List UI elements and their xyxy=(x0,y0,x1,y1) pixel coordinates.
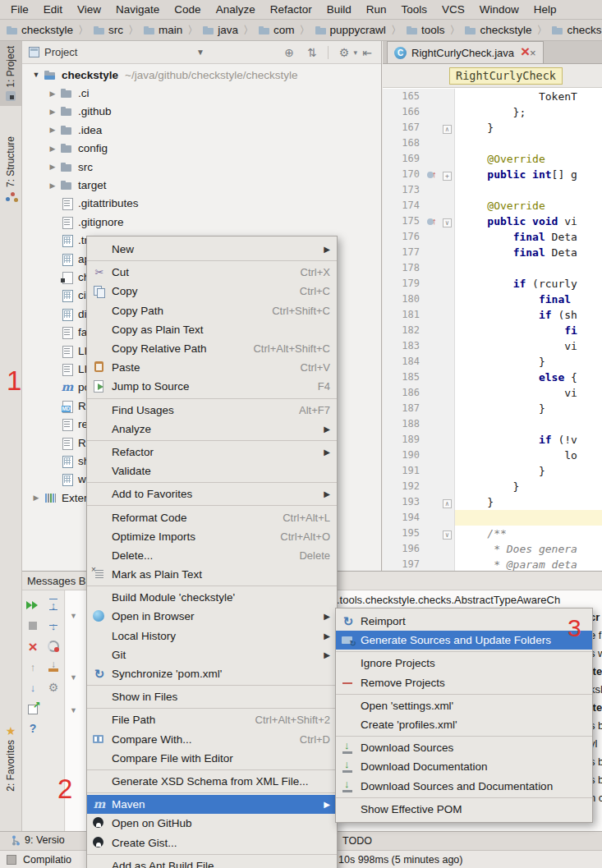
expand-arrow-icon[interactable] xyxy=(45,126,60,134)
context-menu-item[interactable]: File Path Ctrl+Alt+Shift+2 xyxy=(87,710,337,729)
breadcrumb-item[interactable]: puppycrawl xyxy=(315,24,386,36)
code-line[interactable]: 192 } xyxy=(383,479,602,494)
breadcrumb-item[interactable]: main xyxy=(144,24,182,36)
export-icon[interactable] xyxy=(26,701,39,714)
context-menu-item[interactable]: Optimize Imports Ctrl+Alt+O xyxy=(87,527,337,546)
collapse-all-tree-icon[interactable]: ⇅ xyxy=(305,45,319,60)
context-menu-item[interactable]: Find Usages Alt+F7 xyxy=(87,401,337,420)
context-menu-item[interactable]: Jump to Source F4 xyxy=(87,377,337,396)
code-line[interactable]: 178 xyxy=(383,260,602,276)
tree-row[interactable]: .gitignore xyxy=(22,213,381,231)
code-line[interactable]: 183 vi xyxy=(383,338,602,354)
context-menu-item[interactable]: Validate xyxy=(87,462,337,480)
context-menu-item[interactable]: New ▶ xyxy=(87,240,337,259)
code-line[interactable]: 170+ public int[] g xyxy=(383,167,602,182)
gear-icon[interactable]: ⚙ xyxy=(337,45,352,60)
context-menu-item[interactable]: Add as Ant Build File xyxy=(87,857,337,868)
close-icon[interactable]: × xyxy=(521,46,536,59)
context-menu-item[interactable]: Cut Ctrl+X xyxy=(87,263,337,282)
maven-submenu-item[interactable]: Ignore Projects xyxy=(336,654,592,673)
menubar-item[interactable]: Build xyxy=(319,1,359,19)
project-panel-title[interactable]: Project xyxy=(44,46,77,58)
maven-submenu-item[interactable]: Remove Projects xyxy=(336,673,592,692)
expand-arrow-icon[interactable]: ▼ xyxy=(29,71,44,79)
breadcrumb-item[interactable]: com xyxy=(259,24,295,36)
hide-panel-icon[interactable]: ⇤ xyxy=(360,45,375,60)
menubar-item[interactable]: Analyze xyxy=(209,1,263,19)
menubar-item[interactable]: Help xyxy=(526,1,564,19)
menubar-item[interactable]: Run xyxy=(359,1,394,19)
tree-row[interactable]: config xyxy=(22,140,381,158)
context-menu-item[interactable]: Paste Ctrl+V xyxy=(87,358,337,377)
context-menu-item[interactable]: Delete... Delete xyxy=(87,546,337,565)
rerun-icon[interactable] xyxy=(26,599,39,612)
code-line[interactable]: 188 xyxy=(383,416,602,432)
code-line[interactable]: 191 } xyxy=(383,463,602,479)
breadcrumb-item[interactable]: tools xyxy=(407,24,445,36)
context-menu-item[interactable]: Synchronize 'pom.xml' xyxy=(87,664,337,683)
context-menu-item[interactable]: Git ▶ xyxy=(87,645,337,664)
context-menu-item[interactable]: Open in Browser ▶ xyxy=(87,607,337,626)
editor-tab[interactable]: RightCurlyCheck.java × xyxy=(387,41,544,63)
fold-marker-icon[interactable]: ∨ xyxy=(440,214,455,229)
up-arrow-icon[interactable] xyxy=(26,660,39,673)
stop-icon[interactable] xyxy=(26,619,39,632)
tool-tab-favorites[interactable]: ★ 2: Favorites xyxy=(0,720,21,797)
import-icon[interactable] xyxy=(47,660,60,673)
context-menu-item[interactable]: Generate XSD Schema from XML File... xyxy=(87,772,337,791)
override-marker-icon[interactable] xyxy=(425,214,440,229)
context-menu-item[interactable]: Compare With... Ctrl+D xyxy=(87,730,337,749)
breadcrumb-item[interactable]: src xyxy=(94,24,123,36)
code-line[interactable]: 194 xyxy=(383,510,602,526)
context-menu-item[interactable]: Copy Relative Path Ctrl+Alt+Shift+C xyxy=(87,339,337,358)
menubar-item[interactable]: Window xyxy=(472,1,526,19)
close-icon[interactable] xyxy=(26,640,39,653)
context-menu-item[interactable]: Open on GitHub xyxy=(87,814,337,833)
context-menu-item[interactable]: Copy as Plain Text xyxy=(87,320,337,339)
tab-todo[interactable]: TODO xyxy=(342,835,372,847)
menubar-item[interactable]: Navigate xyxy=(108,1,167,19)
code-line[interactable]: 185 else { xyxy=(383,370,602,385)
code-line[interactable]: 177 final Deta xyxy=(383,245,602,260)
menubar-item[interactable]: View xyxy=(70,1,108,19)
chevron-down-icon[interactable]: ▼ xyxy=(196,48,204,57)
context-menu-item[interactable]: Local History ▶ xyxy=(87,627,337,645)
menubar-item[interactable]: Refactor xyxy=(263,1,319,19)
expand-arrow-icon[interactable]: ▼ xyxy=(70,612,77,620)
expand-arrow-icon[interactable] xyxy=(45,163,60,171)
code-line[interactable]: 174 @Override xyxy=(383,198,602,214)
context-menu-item[interactable]: Build Module 'checkstyle' xyxy=(87,588,337,607)
down-arrow-icon[interactable] xyxy=(26,681,39,694)
context-menu-item[interactable]: Maven ▶ xyxy=(87,795,337,814)
code-line[interactable]: 180 final xyxy=(383,292,602,307)
context-menu-item[interactable]: Copy Ctrl+C xyxy=(87,282,337,301)
maven-submenu-item[interactable]: Generate Sources and Update Folders xyxy=(336,631,592,650)
tree-row[interactable]: src xyxy=(22,158,381,176)
settings-icon[interactable] xyxy=(47,681,60,694)
breadcrumb-item[interactable]: checks xyxy=(552,24,601,36)
code-line[interactable]: 186 vi xyxy=(383,385,602,401)
fold-marker-icon[interactable]: ∨ xyxy=(440,526,455,541)
code-line[interactable]: 181 if (sh xyxy=(383,307,602,323)
maven-submenu-item[interactable]: Create 'profiles.xml' xyxy=(336,715,592,734)
code-line[interactable]: 196 * Does genera xyxy=(383,541,602,557)
collapse-all-icon[interactable] xyxy=(47,619,60,632)
maven-submenu-item[interactable]: Download Sources xyxy=(336,738,592,757)
hide-success-icon[interactable] xyxy=(47,640,60,653)
expand-arrow-icon[interactable] xyxy=(45,108,60,116)
expand-arrow-icon[interactable] xyxy=(29,494,44,502)
code-line[interactable]: 179 if (rcurly xyxy=(383,276,602,292)
tree-row[interactable]: .github xyxy=(22,103,381,121)
code-line[interactable]: 189 if (!v xyxy=(383,432,602,448)
tree-row[interactable]: .gitattributes xyxy=(22,195,381,213)
code-line[interactable]: 197 * @param deta xyxy=(383,557,602,571)
breadcrumb-item[interactable]: java xyxy=(203,24,238,36)
menubar-item[interactable]: Code xyxy=(167,1,208,19)
code-line[interactable]: 190 lo xyxy=(383,448,602,463)
code-line[interactable]: 168 xyxy=(383,135,602,151)
tree-root-row[interactable]: ▼ checkstyle ~/java/github/checkstyle/ch… xyxy=(22,66,381,84)
context-menu-item[interactable]: Create Gist... xyxy=(87,833,337,852)
maven-submenu-item[interactable]: Download Documentation xyxy=(336,757,592,776)
tree-row[interactable]: .idea xyxy=(22,121,381,139)
tool-tab-structure[interactable]: 7: Structure xyxy=(0,131,21,208)
